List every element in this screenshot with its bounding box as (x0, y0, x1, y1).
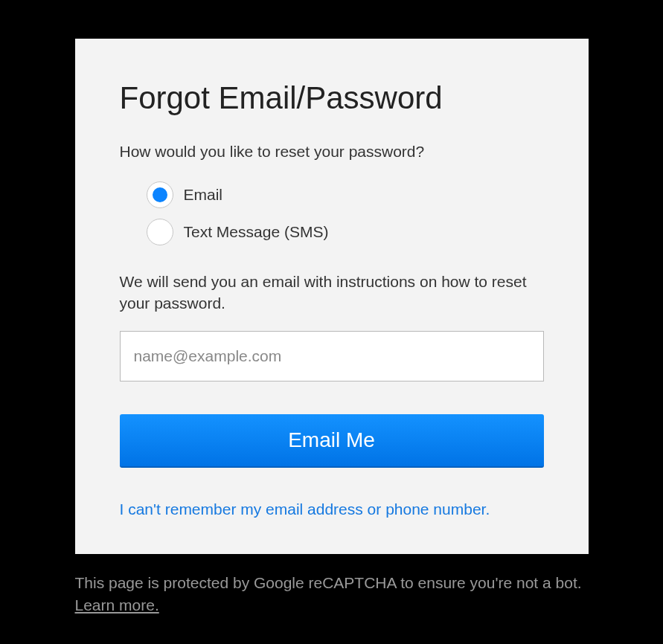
radio-label: Text Message (SMS) (184, 223, 329, 241)
radio-option-email[interactable]: Email (147, 181, 544, 208)
radio-button-icon (147, 181, 173, 208)
page-title: Forgot Email/Password (120, 80, 544, 116)
email-field[interactable] (120, 331, 544, 381)
recaptcha-footer: This page is protected by Google reCAPTC… (75, 572, 589, 617)
radio-button-icon (147, 219, 173, 245)
method-description: We will send you an email with instructi… (120, 271, 544, 315)
cant-remember-link[interactable]: I can't remember my email address or pho… (120, 500, 544, 518)
learn-more-link[interactable]: Learn more. (75, 596, 159, 614)
reset-method-group: Email Text Message (SMS) (147, 181, 544, 245)
email-me-button[interactable]: Email Me (120, 414, 544, 468)
forgot-password-card: Forgot Email/Password How would you like… (75, 39, 589, 554)
radio-option-sms[interactable]: Text Message (SMS) (147, 219, 544, 245)
recaptcha-text: This page is protected by Google reCAPTC… (75, 574, 582, 591)
radio-label: Email (184, 186, 223, 204)
reset-prompt: How would you like to reset your passwor… (120, 143, 544, 161)
